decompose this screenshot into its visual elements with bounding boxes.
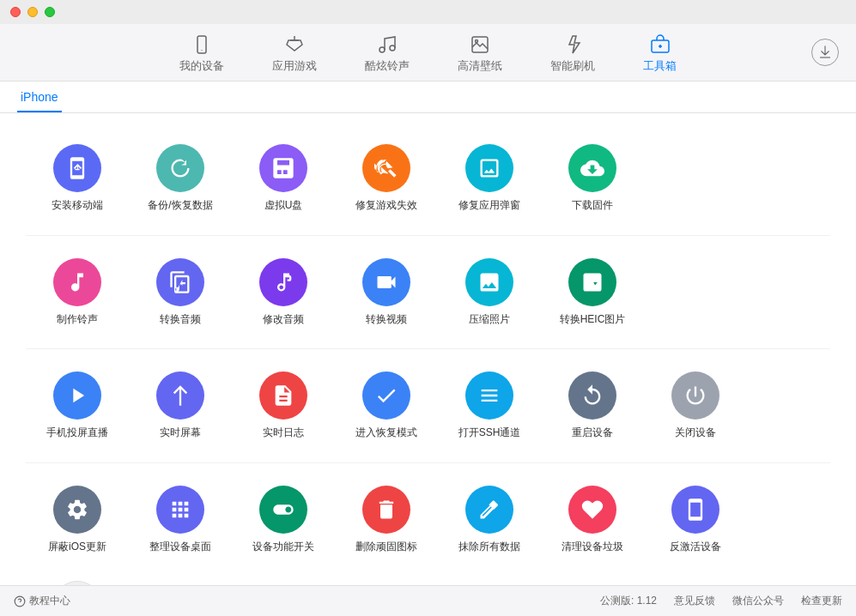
reboot-device-icon [568,371,616,420]
help-center-button[interactable]: 教程中心 [14,594,70,608]
download-firmware-icon [568,144,616,192]
organize-desktop-icon [156,486,204,534]
virtual-udisk-label: 虚拟U盘 [264,199,303,213]
tool-convert-audio[interactable]: 转换音频 [129,245,232,341]
block-ios-update-icon [53,486,101,534]
delete-stubborn-label: 删除顽固图标 [355,541,417,554]
tool-virtual-udisk[interactable]: 虚拟U盘 [232,130,335,226]
convert-heic-label: 转换HEIC图片 [560,313,626,327]
top-nav: 我的设备 应用游戏 酷炫铃声 [0,24,856,82]
tool-clean-junk[interactable]: 清理设备垃圾 [541,472,644,568]
tool-backup-restore[interactable]: 备份/恢复数据 [129,130,232,226]
convert-heic-icon [568,258,616,306]
fix-app-popup-icon [465,144,513,192]
download-icon [817,45,833,60]
screen-mirror-icon [53,371,101,420]
tool-shutdown-device[interactable]: 关闭设备 [644,358,747,454]
tool-device-functions[interactable]: 设备功能开关 [232,472,335,568]
nav-wallpapers[interactable]: 高清壁纸 [451,31,509,77]
tool-block-ios-update[interactable]: 屏蔽iOS更新 [26,472,129,568]
tab-bar: iPhone [0,82,856,113]
tool-install-ipcc[interactable]: IPCC 安装IPCC [26,567,129,585]
tool-organize-desktop[interactable]: 整理设备桌面 [129,472,232,568]
recovery-mode-icon [362,371,410,420]
tool-convert-heic[interactable]: 转换HEIC图片 [541,245,644,341]
svg-point-4 [379,47,385,52]
tool-recovery-mode[interactable]: 进入恢复模式 [335,358,438,454]
tool-section-3: 手机投屏直播 实时屏幕 实时日志 进入恢复模式 [26,349,830,463]
toolbox-icon [650,34,671,55]
nav-my-device[interactable]: 我的设备 [173,31,231,77]
tool-deactivate[interactable]: 反激活设备 [644,472,747,568]
convert-audio-icon [156,258,204,306]
maximize-button[interactable] [45,7,55,17]
version-label: 公测版: 1.12 [600,594,657,608]
tool-screen-mirror[interactable]: 手机投屏直播 [26,358,129,454]
feedback-button[interactable]: 意见反馈 [674,594,715,608]
music-icon [377,34,398,55]
nav-ringtones-label: 酷炫铃声 [365,58,410,74]
minimize-button[interactable] [27,7,38,17]
deactivate-label: 反激活设备 [670,541,721,554]
nav-my-device-label: 我的设备 [179,58,224,74]
backup-restore-icon [156,144,204,192]
svg-rect-0 [197,36,206,53]
convert-video-icon [362,258,410,306]
tool-compress-photo[interactable]: 压缩照片 [438,245,541,341]
update-button[interactable]: 检查更新 [801,594,842,608]
tool-download-firmware[interactable]: 下载固件 [541,130,644,226]
nav-smart-flash[interactable]: 智能刷机 [543,31,602,77]
open-ssh-label: 打开SSH通道 [458,426,521,440]
nav-app-games[interactable]: 应用游戏 [265,31,324,77]
convert-audio-label: 转换音频 [160,313,201,327]
tool-realtime-screen[interactable]: 实时屏幕 [129,358,232,454]
tool-section-4: 屏蔽iOS更新 整理设备桌面 设备功能开关 删除顽固图标 [26,463,830,585]
tool-section-1: 安装移动端 备份/恢复数据 虚拟U盘 修复游戏失效 [26,122,830,236]
wechat-button[interactable]: 微信公众号 [732,594,784,608]
tool-open-ssh[interactable]: 打开SSH通道 [438,358,541,454]
nav-smart-flash-label: 智能刷机 [550,58,595,74]
block-ios-update-label: 屏蔽iOS更新 [48,541,106,554]
make-ringtone-icon [53,258,101,306]
deactivate-icon [671,486,719,534]
reboot-device-label: 重启设备 [572,426,613,440]
tab-iphone[interactable]: iPhone [17,82,62,112]
install-mobile-icon [53,144,101,192]
help-icon [14,595,26,607]
tool-install-mobile[interactable]: 安装移动端 [26,130,129,226]
fix-game-icon [362,144,410,192]
recovery-mode-label: 进入恢复模式 [355,426,417,440]
clean-junk-label: 清理设备垃圾 [562,541,623,554]
nav-app-games-label: 应用游戏 [272,58,317,74]
download-button[interactable] [811,39,839,66]
install-mobile-label: 安装移动端 [52,199,103,213]
nav-ringtones[interactable]: 酷炫铃声 [358,31,416,77]
nav-toolbox-label: 工具箱 [643,58,677,74]
svg-point-5 [390,45,395,51]
open-ssh-icon [465,371,513,420]
device-functions-label: 设备功能开关 [252,541,314,554]
tool-erase-all-data[interactable]: 抹除所有数据 [438,472,541,568]
tool-section-2: 制作铃声 转换音频 修改音频 转换视频 压缩照片 [26,236,830,350]
compress-photo-icon [465,258,513,306]
tool-delete-stubborn[interactable]: 删除顽固图标 [335,472,438,568]
erase-all-data-label: 抹除所有数据 [458,541,520,554]
erase-all-data-icon [465,486,513,534]
tool-fix-game[interactable]: 修复游戏失效 [335,130,438,226]
tool-realtime-log[interactable]: 实时日志 [232,358,335,454]
tool-convert-video[interactable]: 转换视频 [335,245,438,341]
make-ringtone-label: 制作铃声 [57,313,98,327]
nav-wallpapers-label: 高清壁纸 [458,58,502,74]
realtime-screen-label: 实时屏幕 [160,426,201,440]
footer: 教程中心 公测版: 1.12 意见反馈 微信公众号 检查更新 [0,585,856,616]
svg-point-7 [476,40,478,43]
convert-video-label: 转换视频 [366,313,407,327]
tool-make-ringtone[interactable]: 制作铃声 [26,245,129,341]
tool-fix-app-popup[interactable]: 修复应用弹窗 [438,130,541,226]
nav-toolbox[interactable]: 工具箱 [636,31,683,77]
tool-reboot-device[interactable]: 重启设备 [541,358,644,454]
tool-edit-audio[interactable]: 修改音频 [232,245,335,341]
footer-right: 公测版: 1.12 意见反馈 微信公众号 检查更新 [600,594,842,608]
wallpaper-icon [470,34,490,55]
close-button[interactable] [10,7,21,17]
